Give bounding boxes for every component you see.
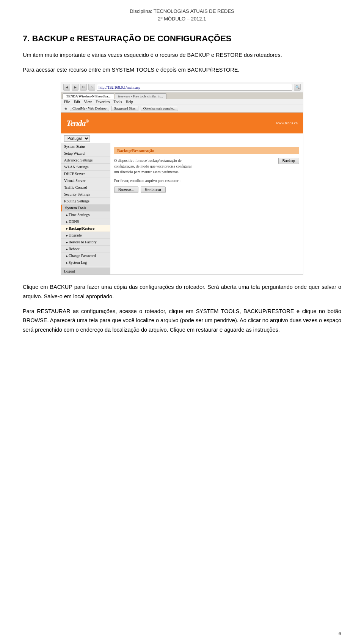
content-body: O dispositivo fornece backup/restauração… xyxy=(114,158,299,193)
bookmark-2[interactable]: Suggested Sites xyxy=(111,106,138,111)
browser-bookmarks: ★ CloudMe - Web Desktop Suggested Sites … xyxy=(61,105,303,112)
browser-menu-bar: File Edit View Favorites Tools Help xyxy=(61,99,303,105)
router-sidebar: System Status Setup Wizard Advanced Sett… xyxy=(61,143,110,274)
bookmark-3[interactable]: Obtenha mais comple... xyxy=(141,106,178,111)
sidebar-logout[interactable]: Logout xyxy=(61,268,110,274)
sidebar-item-time-settings[interactable]: Time Settings xyxy=(61,212,110,218)
restore-row: Browse... Restaurar xyxy=(114,186,275,193)
sidebar-item-dhcp-server[interactable]: DHCP Server xyxy=(61,171,110,177)
menu-favorites[interactable]: Favorites xyxy=(96,100,110,104)
header-line1: Disciplina: TECNOLOGIAS ATUAIS DE REDES xyxy=(23,8,341,15)
content-desc-line2: configuração, de modo que você precisa c… xyxy=(114,163,275,169)
back-button[interactable]: ◀ xyxy=(63,84,70,91)
tab-1[interactable]: TENDA Wireless-N Broadba... xyxy=(63,93,114,99)
sidebar-item-setup-wizard[interactable]: Setup Wizard xyxy=(61,150,110,157)
section-title: 7. BACKUP e RESTAURAÇÃO DE CONFIGURAÇÕES xyxy=(23,34,341,44)
paragraph-2: Para acessar este recurso entre em SYSTE… xyxy=(23,65,341,75)
content-description: O dispositivo fornece backup/restauração… xyxy=(114,158,275,193)
paragraph-1: Um item muito importante e várias vezes … xyxy=(23,50,341,60)
section-number: 7. xyxy=(23,34,30,43)
sidebar-item-system-tools[interactable]: System Tools xyxy=(61,205,110,212)
sidebar-item-routing-settings[interactable]: Routing Settings xyxy=(61,198,110,205)
section-heading: BACKUP e RESTAURAÇÃO DE CONFIGURAÇÕES xyxy=(32,34,231,43)
router-body: System Status Setup Wizard Advanced Sett… xyxy=(61,143,303,274)
menu-edit[interactable]: Edit xyxy=(74,100,80,104)
router-main-content: Backup/Restauração O dispositivo fornece… xyxy=(110,143,303,274)
menu-view[interactable]: View xyxy=(84,100,92,104)
menu-file[interactable]: File xyxy=(64,100,70,104)
search-button[interactable]: 🔍 xyxy=(294,84,301,91)
menu-tools[interactable]: Tools xyxy=(114,100,122,104)
browse-button[interactable]: Browse... xyxy=(114,186,138,193)
router-ui: Tenda® www.tenda.cn Portugal System Stat… xyxy=(61,113,303,274)
language-select[interactable]: Portugal xyxy=(64,135,90,142)
sidebar-item-ddns[interactable]: DDNS xyxy=(61,218,110,225)
sidebar-item-reboot[interactable]: Reboot xyxy=(61,246,110,252)
forward-button[interactable]: ▶ xyxy=(72,84,78,91)
browser-tab-bar: TENDA Wireless-N Broadba... freeware - F… xyxy=(61,92,303,99)
sidebar-item-wlan-settings[interactable]: WLAN Settings xyxy=(61,164,110,171)
content-title: Backup/Restauração xyxy=(114,147,299,154)
content-desc-line4: Por favor, escolha o arquivo para restau… xyxy=(114,178,275,183)
sidebar-item-system-status[interactable]: System Status xyxy=(61,143,110,150)
sidebar-item-security-settings[interactable]: Security Settings xyxy=(61,191,110,198)
content-buttons: Backup xyxy=(278,158,299,164)
restaurar-button[interactable]: Restaurar xyxy=(141,186,166,193)
sidebar-item-backup-restore[interactable]: Backup/Restore xyxy=(61,225,110,232)
sidebar-item-advanced-settings[interactable]: Advanced Settings xyxy=(61,157,110,164)
paragraph-4: Para RESTAURAR as configurações, acesse … xyxy=(23,307,341,335)
refresh-button[interactable]: ↻ xyxy=(80,84,87,91)
bookmark-1[interactable]: CloudMe - Web Desktop xyxy=(70,106,109,111)
sidebar-item-traffic-control[interactable]: Traffic Control xyxy=(61,184,110,191)
content-desc-line1: O dispositivo fornece backup/restauração… xyxy=(114,158,275,163)
language-bar: Portugal xyxy=(61,133,303,143)
tab-2[interactable]: freeware - Free tools similar in... xyxy=(115,93,166,99)
home-button[interactable]: ⌂ xyxy=(88,84,95,91)
document-header: Disciplina: TECNOLOGIAS ATUAIS DE REDES … xyxy=(23,8,341,22)
content-desc-line3: um diretório para manter esses parâmetro… xyxy=(114,169,275,175)
sidebar-item-system-log[interactable]: System Log xyxy=(61,259,110,266)
page-number: 6 xyxy=(339,631,341,636)
header-line2: 2º MÓDULO – 2012.1 xyxy=(23,15,341,23)
tenda-header: Tenda® www.tenda.cn xyxy=(61,113,303,133)
browser-chrome: ◀ ▶ ↻ ⌂ http://192.168.0.1/main.asp 🔍 TE… xyxy=(61,82,303,113)
backup-button[interactable]: Backup xyxy=(278,158,299,164)
menu-help[interactable]: Help xyxy=(126,100,133,104)
sidebar-item-change-password[interactable]: Change Password xyxy=(61,252,110,259)
tenda-logo: Tenda® xyxy=(66,118,88,128)
router-screenshot: ◀ ▶ ↻ ⌂ http://192.168.0.1/main.asp 🔍 TE… xyxy=(61,82,303,275)
paragraph-3: Clique em BACKUP para fazer uma cópia da… xyxy=(23,282,341,301)
sidebar-item-upgrade[interactable]: Upgrade xyxy=(61,232,110,239)
sidebar-item-virtual-server[interactable]: Virtual Server xyxy=(61,177,110,184)
browser-address-bar: ◀ ▶ ↻ ⌂ http://192.168.0.1/main.asp 🔍 xyxy=(61,82,303,92)
tenda-website: www.tenda.cn xyxy=(276,121,298,125)
url-input[interactable]: http://192.168.0.1/main.asp xyxy=(97,84,292,91)
sidebar-item-restore-factory[interactable]: Restore to Factory xyxy=(61,239,110,246)
